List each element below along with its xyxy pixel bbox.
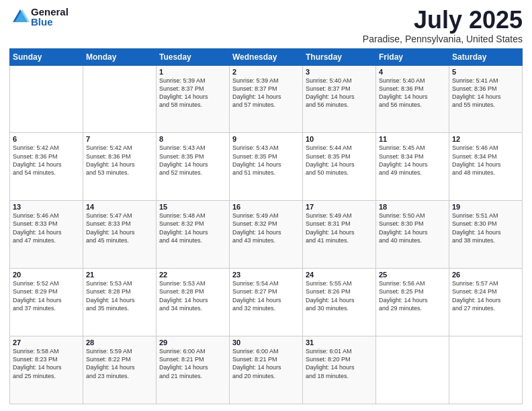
cell-info: Sunrise: 5:53 AMSunset: 8:28 PMDaylight:… xyxy=(159,279,226,312)
cell-info: Sunrise: 5:41 AMSunset: 8:36 PMDaylight:… xyxy=(452,77,519,109)
calendar-cell: 19Sunrise: 5:51 AMSunset: 8:30 PMDayligh… xyxy=(449,201,523,269)
calendar-cell: 9Sunrise: 5:43 AMSunset: 8:35 PMDaylight… xyxy=(230,133,303,201)
day-header-saturday: Saturday xyxy=(449,48,523,65)
day-number: 18 xyxy=(379,203,446,211)
calendar-cell: 22Sunrise: 5:53 AMSunset: 8:28 PMDayligh… xyxy=(157,269,230,336)
calendar-cell xyxy=(449,336,523,404)
calendar-cell: 7Sunrise: 5:42 AMSunset: 8:36 PMDaylight… xyxy=(83,133,157,201)
calendar-cell: 12Sunrise: 5:46 AMSunset: 8:34 PMDayligh… xyxy=(449,133,523,201)
calendar-week-row: 1Sunrise: 5:39 AMSunset: 8:37 PMDaylight… xyxy=(10,65,523,133)
calendar-cell xyxy=(376,336,449,404)
cell-info: Sunrise: 5:39 AMSunset: 8:37 PMDaylight:… xyxy=(232,77,300,109)
calendar-cell: 26Sunrise: 5:57 AMSunset: 8:24 PMDayligh… xyxy=(449,269,523,336)
day-number: 13 xyxy=(13,203,80,211)
cell-info: Sunrise: 5:54 AMSunset: 8:27 PMDaylight:… xyxy=(232,279,300,312)
calendar-table: SundayMondayTuesdayWednesdayThursdayFrid… xyxy=(9,48,523,404)
cell-info: Sunrise: 5:44 AMSunset: 8:35 PMDaylight:… xyxy=(306,144,373,177)
day-header-thursday: Thursday xyxy=(303,48,376,65)
day-number: 10 xyxy=(306,135,373,143)
cell-info: Sunrise: 5:55 AMSunset: 8:26 PMDaylight:… xyxy=(306,279,373,312)
day-number: 7 xyxy=(86,135,153,143)
day-number: 21 xyxy=(86,271,153,279)
calendar-cell: 11Sunrise: 5:45 AMSunset: 8:34 PMDayligh… xyxy=(376,133,449,201)
header: General Blue July 2025 Paradise, Pennsyl… xyxy=(9,7,523,44)
cell-info: Sunrise: 5:39 AMSunset: 8:37 PMDaylight:… xyxy=(159,77,226,109)
day-number: 12 xyxy=(452,135,519,143)
cell-info: Sunrise: 5:53 AMSunset: 8:28 PMDaylight:… xyxy=(86,279,153,312)
calendar-cell: 15Sunrise: 5:48 AMSunset: 8:32 PMDayligh… xyxy=(157,201,230,269)
calendar-cell: 18Sunrise: 5:50 AMSunset: 8:30 PMDayligh… xyxy=(376,201,449,269)
calendar-cell: 4Sunrise: 5:40 AMSunset: 8:36 PMDaylight… xyxy=(376,65,449,133)
cell-info: Sunrise: 6:01 AMSunset: 8:20 PMDaylight:… xyxy=(306,347,373,380)
day-number: 26 xyxy=(452,271,519,279)
day-number: 2 xyxy=(232,68,300,76)
calendar-cell: 5Sunrise: 5:41 AMSunset: 8:36 PMDaylight… xyxy=(449,65,523,133)
cell-info: Sunrise: 5:59 AMSunset: 8:22 PMDaylight:… xyxy=(86,347,153,380)
day-number: 20 xyxy=(13,271,80,279)
day-number: 19 xyxy=(452,203,519,211)
calendar-cell: 28Sunrise: 5:59 AMSunset: 8:22 PMDayligh… xyxy=(83,336,157,404)
cell-info: Sunrise: 5:47 AMSunset: 8:33 PMDaylight:… xyxy=(86,212,153,244)
cell-info: Sunrise: 5:51 AMSunset: 8:30 PMDaylight:… xyxy=(452,212,519,244)
calendar-cell: 20Sunrise: 5:52 AMSunset: 8:29 PMDayligh… xyxy=(10,269,83,336)
calendar-cell: 2Sunrise: 5:39 AMSunset: 8:37 PMDaylight… xyxy=(230,65,303,133)
calendar-cell: 8Sunrise: 5:43 AMSunset: 8:35 PMDaylight… xyxy=(157,133,230,201)
day-number: 6 xyxy=(13,135,80,143)
day-number: 27 xyxy=(13,338,80,347)
day-number: 31 xyxy=(306,338,373,347)
calendar-cell: 16Sunrise: 5:49 AMSunset: 8:32 PMDayligh… xyxy=(230,201,303,269)
day-number: 3 xyxy=(306,68,373,76)
calendar-week-row: 6Sunrise: 5:42 AMSunset: 8:36 PMDaylight… xyxy=(10,133,523,201)
calendar-cell: 25Sunrise: 5:56 AMSunset: 8:25 PMDayligh… xyxy=(376,269,449,336)
cell-info: Sunrise: 5:40 AMSunset: 8:37 PMDaylight:… xyxy=(306,77,373,109)
cell-info: Sunrise: 5:56 AMSunset: 8:25 PMDaylight:… xyxy=(379,279,446,312)
month-year: July 2025 xyxy=(363,7,523,34)
cell-info: Sunrise: 5:50 AMSunset: 8:30 PMDaylight:… xyxy=(379,212,446,244)
day-number: 23 xyxy=(232,271,300,279)
day-number: 8 xyxy=(159,135,226,143)
location: Paradise, Pennsylvania, United States xyxy=(363,34,523,44)
cell-info: Sunrise: 5:43 AMSunset: 8:35 PMDaylight:… xyxy=(232,144,300,177)
day-number: 9 xyxy=(232,135,300,143)
logo: General Blue xyxy=(9,7,69,27)
calendar-cell: 14Sunrise: 5:47 AMSunset: 8:33 PMDayligh… xyxy=(83,201,157,269)
cell-info: Sunrise: 5:42 AMSunset: 8:36 PMDaylight:… xyxy=(13,144,80,177)
day-number: 16 xyxy=(232,203,300,211)
title-block: July 2025 Paradise, Pennsylvania, United… xyxy=(363,7,523,44)
calendar-cell: 31Sunrise: 6:01 AMSunset: 8:20 PMDayligh… xyxy=(303,336,376,404)
cell-info: Sunrise: 5:58 AMSunset: 8:23 PMDaylight:… xyxy=(13,347,80,380)
cell-info: Sunrise: 5:46 AMSunset: 8:33 PMDaylight:… xyxy=(13,212,80,244)
day-number: 25 xyxy=(379,271,446,279)
calendar-week-row: 27Sunrise: 5:58 AMSunset: 8:23 PMDayligh… xyxy=(10,336,523,404)
calendar-week-row: 20Sunrise: 5:52 AMSunset: 8:29 PMDayligh… xyxy=(10,269,523,336)
cell-info: Sunrise: 5:45 AMSunset: 8:34 PMDaylight:… xyxy=(379,144,446,177)
cell-info: Sunrise: 5:49 AMSunset: 8:31 PMDaylight:… xyxy=(306,212,373,244)
day-number: 11 xyxy=(379,135,446,143)
calendar-cell: 30Sunrise: 6:00 AMSunset: 8:21 PMDayligh… xyxy=(230,336,303,404)
cell-info: Sunrise: 5:57 AMSunset: 8:24 PMDaylight:… xyxy=(452,279,519,312)
calendar-cell: 27Sunrise: 5:58 AMSunset: 8:23 PMDayligh… xyxy=(10,336,83,404)
day-header-sunday: Sunday xyxy=(10,48,83,65)
calendar-cell: 10Sunrise: 5:44 AMSunset: 8:35 PMDayligh… xyxy=(303,133,376,201)
day-number: 4 xyxy=(379,68,446,76)
cell-info: Sunrise: 5:48 AMSunset: 8:32 PMDaylight:… xyxy=(159,212,226,244)
calendar-cell xyxy=(83,65,157,133)
calendar-cell: 17Sunrise: 5:49 AMSunset: 8:31 PMDayligh… xyxy=(303,201,376,269)
day-number: 29 xyxy=(159,338,226,347)
logo-general-text: General xyxy=(31,7,69,17)
day-number: 17 xyxy=(306,203,373,211)
calendar-header-row: SundayMondayTuesdayWednesdayThursdayFrid… xyxy=(10,48,523,65)
cell-info: Sunrise: 5:43 AMSunset: 8:35 PMDaylight:… xyxy=(159,144,226,177)
calendar-cell: 1Sunrise: 5:39 AMSunset: 8:37 PMDaylight… xyxy=(157,65,230,133)
cell-info: Sunrise: 6:00 AMSunset: 8:21 PMDaylight:… xyxy=(159,347,226,380)
cell-info: Sunrise: 5:52 AMSunset: 8:29 PMDaylight:… xyxy=(13,279,80,312)
day-header-tuesday: Tuesday xyxy=(157,48,230,65)
day-number: 28 xyxy=(86,338,153,347)
calendar-cell: 6Sunrise: 5:42 AMSunset: 8:36 PMDaylight… xyxy=(10,133,83,201)
cell-info: Sunrise: 5:42 AMSunset: 8:36 PMDaylight:… xyxy=(86,144,153,177)
day-header-friday: Friday xyxy=(376,48,449,65)
calendar-cell: 21Sunrise: 5:53 AMSunset: 8:28 PMDayligh… xyxy=(83,269,157,336)
day-number: 15 xyxy=(159,203,226,211)
cell-info: Sunrise: 5:46 AMSunset: 8:34 PMDaylight:… xyxy=(452,144,519,177)
calendar-cell: 13Sunrise: 5:46 AMSunset: 8:33 PMDayligh… xyxy=(10,201,83,269)
